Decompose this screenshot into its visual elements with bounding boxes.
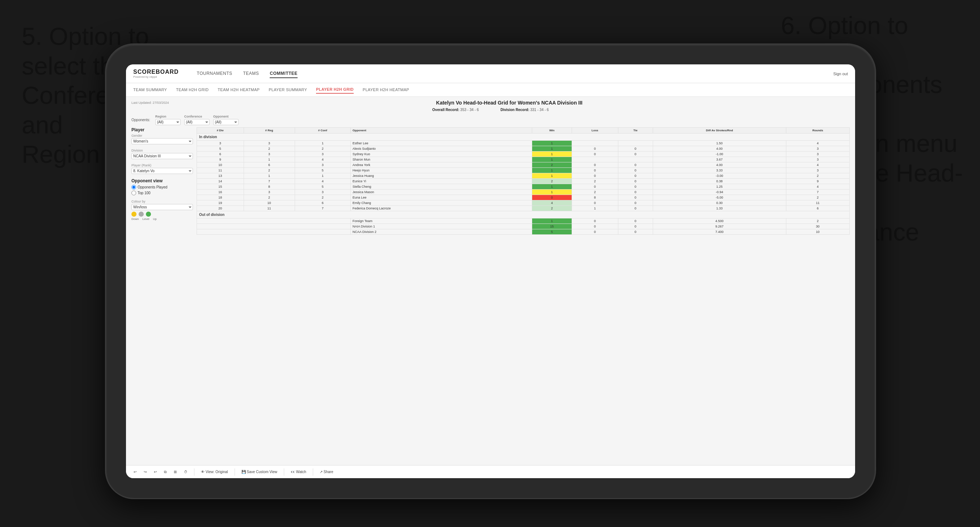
subnav-team-summary[interactable]: TEAM SUMMARY (133, 86, 167, 93)
cell-tie: 0 (618, 146, 653, 152)
undo2-btn[interactable]: ↩ (152, 469, 159, 475)
data-table-wrapper[interactable]: # Div # Reg # Conf Opponent Win Loss Tie… (197, 127, 850, 462)
cell-opponent: Federica Domecq Lacroze (350, 206, 532, 211)
save-custom-btn[interactable]: 💾 Save Custom View (239, 469, 280, 475)
cell-diff: -5.00 (653, 195, 786, 200)
cell-reg: 3 (243, 152, 295, 157)
nav-tournaments[interactable]: TOURNAMENTS (197, 70, 232, 78)
division-section: Division NCAA Division III (131, 149, 193, 159)
cell-diff: 7.400 (653, 229, 786, 235)
cell-win: 2 (532, 162, 572, 168)
cell-loss: 0 (572, 168, 618, 173)
subnav-team-h2h-grid[interactable]: TEAM H2H GRID (176, 86, 208, 93)
watch-btn[interactable]: 👀 Watch (288, 469, 309, 475)
left-panel: Player Gender Women's Division NCAA Divi… (131, 127, 193, 462)
cell-conf: 7 (295, 206, 350, 211)
radio-top100[interactable]: Top 100 (131, 190, 193, 195)
cell-tie: 0 (618, 162, 653, 168)
cell-diff: -1.00 (653, 152, 786, 157)
colour-by-select[interactable]: Win/loss (131, 204, 193, 210)
copy-btn[interactable]: ⧉ (162, 469, 169, 475)
nav-teams[interactable]: TEAMS (243, 70, 259, 78)
cell-opponent: NAIA Division 1 (350, 224, 532, 229)
clock-btn[interactable]: ⏱ (182, 469, 190, 475)
sign-out-link[interactable]: Sign out (834, 71, 848, 76)
cell-loss: 8 (572, 195, 618, 200)
nav-committee[interactable]: COMMITTEE (270, 70, 298, 78)
table-row: 13 1 1 Jessica Huang 1 0 0 -3.00 2 (197, 173, 850, 179)
table-row: 3 3 1 Esther Lee 1 1.50 4 (197, 141, 850, 146)
cell-win: 5 (532, 229, 572, 235)
cell-opponent: Jessica Huang (350, 173, 532, 179)
cell-loss: 0 (572, 152, 618, 157)
cell-tie (618, 157, 653, 162)
cell-loss (572, 141, 618, 146)
cell-win: 1 (532, 141, 572, 146)
subnav-player-summary[interactable]: PLAYER SUMMARY (269, 86, 307, 93)
save-icon: 💾 (242, 470, 246, 474)
cell-div: 11 (197, 168, 244, 173)
cell-diff: 1.50 (653, 141, 786, 146)
table-row: 11 2 5 Heejo Hyun 1 0 0 3.33 3 (197, 168, 850, 173)
filter-region-select[interactable]: (All) (155, 119, 181, 125)
subnav-player-h2h-heatmap[interactable]: PLAYER H2H HEATMAP (363, 86, 409, 93)
undo-btn[interactable]: ↩ (131, 469, 138, 475)
table-row: 6 3 3 Sydney Kuo 1 0 0 -1.00 3 (197, 152, 850, 157)
cell-win: 2 (532, 179, 572, 184)
filter-opponent-select[interactable]: (All) (213, 119, 239, 125)
division-select[interactable]: NCAA Division III (131, 153, 193, 159)
cell-tie: 0 (618, 184, 653, 189)
subnav-player-h2h-grid[interactable]: PLAYER H2H GRID (316, 86, 354, 94)
filter-region-label: Region (155, 115, 181, 118)
gender-label: Gender (131, 134, 193, 137)
table-row: 9 1 4 Sharon Mun 1 3.67 3 (197, 157, 850, 162)
cell-opponent: Euna Lee (350, 195, 532, 200)
cell-reg: 7 (243, 179, 295, 184)
radio-opponents-played[interactable]: Opponents Played (131, 185, 193, 189)
subnav-team-h2h-heatmap[interactable]: TEAM H2H HEATMAP (218, 86, 259, 93)
colour-dots (131, 211, 193, 217)
cell-rounds: 3 (786, 168, 849, 173)
report-title: Katelyn Vo Head-to-Head Grid for Women's… (436, 100, 582, 106)
cell-conf: 6 (295, 200, 350, 206)
th-loss: Loss (572, 128, 618, 133)
cell-diff: -3.00 (653, 173, 786, 179)
cell-reg: 3 (243, 189, 295, 195)
cell-diff: 1.25 (653, 184, 786, 189)
gender-select[interactable]: Women's (131, 138, 193, 144)
cell-rounds: 11 (786, 200, 849, 206)
view-original-btn[interactable]: 👁 View: Original (199, 469, 230, 475)
filter-conference-select[interactable]: (All) (184, 119, 210, 125)
share-btn[interactable]: ↗ Share (318, 469, 336, 475)
cell-loss: 0 (572, 219, 618, 224)
cell-opponent: Alexis Sudjianto (350, 146, 532, 152)
cell-diff: 4.00 (653, 162, 786, 168)
cell-conf: 4 (295, 157, 350, 162)
cell-div: 19 (197, 200, 244, 206)
dot-up (146, 211, 151, 217)
cell-tie: 0 (618, 195, 653, 200)
paste-btn[interactable]: ⊞ (172, 469, 179, 475)
cell-win: 1 (532, 152, 572, 157)
toolbar-sep-3 (284, 468, 284, 476)
overall-record: Overall Record: 353 - 34 - 6 (432, 108, 479, 112)
cell-div: 15 (197, 184, 244, 189)
redo-btn[interactable]: ↪ (142, 469, 149, 475)
cell-rounds: 4 (786, 184, 849, 189)
colour-by-label: Colour by (131, 200, 193, 203)
table-row: 15 8 5 Stella Cheng 1 0 0 1.25 4 (197, 184, 850, 189)
table-row: 16 3 3 Jessica Mason 1 2 0 -0.94 7 (197, 189, 850, 195)
cell-win: 0 (532, 195, 572, 200)
main-content: Last Updated: 27/03/2024 Katelyn Vo Head… (126, 97, 855, 465)
cell-diff: 9.267 (653, 224, 786, 229)
cell-loss: 0 (572, 184, 618, 189)
cell-empty (197, 224, 351, 229)
th-div: # Div (197, 128, 244, 133)
division-record: Division Record: 331 - 34 - 6 (501, 108, 549, 112)
cell-win: 4 (532, 200, 572, 206)
last-updated: Last Updated: 27/03/2024 (131, 101, 169, 105)
player-rank-select[interactable]: 8. Katelyn Vo (131, 168, 193, 174)
cell-rounds: 2 (786, 195, 849, 200)
cell-conf: 5 (295, 184, 350, 189)
cell-diff: 1.33 (653, 206, 786, 211)
